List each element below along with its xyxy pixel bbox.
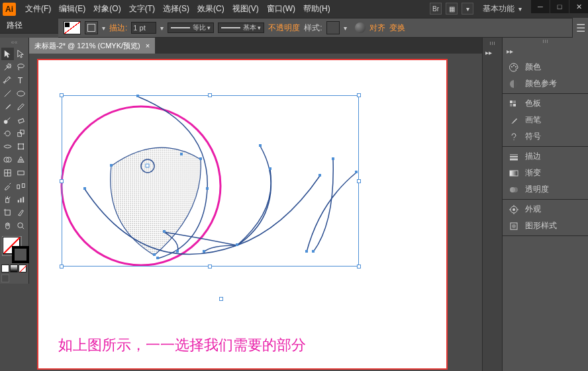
selection-handle[interactable]: [357, 265, 361, 268]
menu-window[interactable]: 窗口(W): [263, 3, 299, 15]
workspace-dropdown-icon[interactable]: ▾: [518, 5, 522, 13]
graph-tool[interactable]: [15, 193, 27, 206]
align-label[interactable]: 对齐: [369, 22, 385, 34]
menu-view[interactable]: 视图(V): [228, 3, 263, 15]
selection-handle[interactable]: [357, 179, 361, 183]
maximize-button[interactable]: □: [550, 0, 569, 13]
color-mode-icon[interactable]: [1, 265, 9, 272]
close-button[interactable]: ✕: [569, 0, 588, 13]
bridge-icon[interactable]: Br: [430, 3, 442, 15]
menu-object[interactable]: 对象(O): [89, 3, 124, 15]
selection-handle[interactable]: [208, 93, 212, 97]
panel-color-guide[interactable]: 颜色参考: [503, 75, 588, 92]
arrange-icon[interactable]: ▦: [446, 3, 458, 15]
minimize-button[interactable]: ─: [531, 0, 550, 13]
menu-help[interactable]: 帮助(H): [299, 3, 334, 15]
panel-swatches[interactable]: 色板: [503, 95, 588, 112]
symbol-sprayer-tool[interactable]: [1, 193, 14, 206]
lasso-tool[interactable]: [15, 61, 27, 73]
free-transform-tool[interactable]: [15, 140, 27, 153]
center-handle[interactable]: [219, 297, 223, 301]
expand-arrow-icon[interactable]: ▸▸: [485, 49, 492, 56]
gradient-mode-icon[interactable]: [10, 265, 18, 272]
magic-wand-tool[interactable]: [1, 61, 14, 73]
type-tool[interactable]: T: [15, 74, 27, 87]
panel-handle-icon[interactable]: [539, 40, 552, 43]
eyedropper-tool[interactable]: [1, 180, 14, 192]
eraser-tool[interactable]: [15, 114, 27, 126]
svg-rect-7: [21, 130, 24, 134]
stroke-color[interactable]: [12, 246, 29, 263]
selection-bounds[interactable]: [62, 95, 359, 267]
selection-tool[interactable]: [1, 48, 14, 60]
menu-file[interactable]: 文件(F): [21, 3, 55, 15]
selection-handle[interactable]: [60, 93, 64, 97]
opacity-label[interactable]: 不透明度: [268, 22, 300, 34]
menu-select[interactable]: 选择(S): [159, 3, 193, 15]
svg-point-68: [513, 208, 515, 211]
menu-edit[interactable]: 编辑(E): [55, 3, 89, 15]
ellipse-tool[interactable]: [15, 87, 27, 100]
svg-rect-8: [19, 144, 24, 149]
fill-stroke-swatch[interactable]: [64, 21, 81, 34]
menu-effect[interactable]: 效果(C): [193, 3, 228, 15]
panel-symbols[interactable]: 符号: [503, 128, 588, 145]
caption-text: 如上图所示，一一选择我们需要的部分: [58, 335, 306, 355]
dock-handle-icon[interactable]: [486, 42, 499, 45]
artboard[interactable]: 如上图所示，一一选择我们需要的部分: [37, 59, 448, 370]
menu-type[interactable]: 文字(T): [125, 3, 159, 15]
pencil-tool[interactable]: [15, 101, 27, 113]
style-swatch[interactable]: [326, 21, 340, 34]
pen-tool[interactable]: [1, 74, 14, 87]
panel-brushes[interactable]: 画笔: [503, 112, 588, 128]
slice-tool[interactable]: [15, 206, 27, 219]
scale-tool[interactable]: [15, 127, 27, 140]
transform-label[interactable]: 变换: [389, 22, 405, 34]
options-menu-icon[interactable]: ☰: [572, 18, 588, 38]
stroke-weight-input[interactable]: [131, 22, 156, 34]
color-section: [1, 235, 27, 282]
selection-handle[interactable]: [357, 93, 361, 97]
profile-select[interactable]: 等比 ▾: [168, 22, 214, 33]
stroke-dropdown-icon[interactable]: ▾: [160, 24, 164, 32]
panel-color[interactable]: 颜色: [503, 59, 588, 75]
blend-tool[interactable]: [15, 180, 27, 192]
recolor-icon[interactable]: [355, 22, 366, 33]
none-mode-icon[interactable]: [19, 265, 26, 272]
panel-appearance[interactable]: 外观: [503, 201, 588, 218]
selection-handle[interactable]: [60, 265, 64, 268]
direct-selection-tool[interactable]: [15, 48, 27, 60]
shape-builder-tool[interactable]: [1, 153, 14, 166]
workspace-label[interactable]: 基本功能: [483, 3, 514, 15]
perspective-tool[interactable]: [15, 153, 27, 166]
brush-select[interactable]: 基本 ▾: [218, 22, 264, 33]
style-dropdown-icon[interactable]: ▾: [344, 24, 347, 32]
stroke-label[interactable]: 描边:: [109, 22, 127, 34]
mesh-tool[interactable]: [1, 167, 14, 179]
canvas[interactable]: 如上图所示，一一选择我们需要的部分: [29, 54, 482, 371]
blob-brush-tool[interactable]: [1, 114, 14, 126]
gradient-tool[interactable]: [15, 167, 27, 179]
hand-tool[interactable]: [1, 220, 14, 232]
document-tab[interactable]: 未标题-2* @ 121% (CMYK/预览) ×: [29, 38, 155, 54]
dropdown-icon[interactable]: ▾: [462, 3, 473, 15]
panel-gradient[interactable]: 渐变: [503, 165, 588, 181]
swatch-dropdown-icon[interactable]: ▾: [102, 24, 105, 32]
toolbox-collapse-icon[interactable]: ««: [1, 39, 27, 46]
zoom-tool[interactable]: [15, 220, 27, 232]
panel-graphic-styles[interactable]: 图形样式: [503, 218, 588, 234]
paintbrush-tool[interactable]: [1, 101, 14, 113]
selection-handle[interactable]: [208, 265, 212, 268]
panel-transparency[interactable]: 透明度: [503, 181, 588, 198]
width-tool[interactable]: [1, 140, 14, 153]
tab-close-icon[interactable]: ×: [146, 42, 150, 50]
collapse-arrow-icon[interactable]: ▸▸: [503, 48, 588, 58]
artboard-tool[interactable]: [1, 206, 14, 219]
screen-mode-icon[interactable]: [1, 274, 9, 282]
panel-stroke[interactable]: 描边: [503, 148, 588, 165]
stroke-swatch[interactable]: [85, 21, 98, 34]
selection-handle[interactable]: [60, 179, 64, 183]
line-tool[interactable]: [1, 87, 14, 100]
rotate-tool[interactable]: [1, 127, 14, 140]
gradient-icon: [508, 168, 520, 179]
